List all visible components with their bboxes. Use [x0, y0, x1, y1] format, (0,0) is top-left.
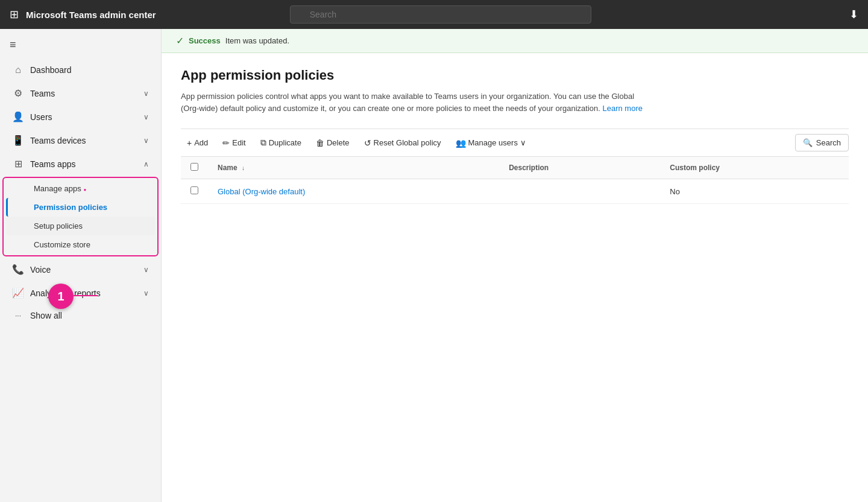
edit-label: Edit — [232, 138, 245, 147]
name-column-label: Name — [218, 164, 237, 172]
table-th-custom-policy: Custom policy — [660, 157, 849, 179]
manage-users-icon: 👥 — [456, 138, 466, 148]
analytics-icon: 📈 — [12, 287, 24, 299]
sidebar-item-dashboard[interactable]: ⌂ Dashboard — [2, 59, 159, 81]
download-icon[interactable]: ⬇ — [849, 8, 858, 21]
sidebar-label-teams: Teams — [30, 89, 137, 98]
table-body: Global (Org-wide default) No — [181, 179, 849, 204]
sidebar-label-analytics: Analytics & reports — [30, 288, 137, 298]
delete-button[interactable]: 🗑 Delete — [310, 135, 356, 151]
sidebar-label-voice: Voice — [30, 265, 137, 275]
table-header: Name ↓ Description Custom policy — [181, 157, 849, 179]
row-name-link[interactable]: Global (Org-wide default) — [218, 187, 305, 196]
table-th-checkbox — [181, 157, 208, 179]
sidebar-label-dashboard: Dashboard — [30, 65, 149, 75]
row-custom-policy-cell: No — [660, 179, 849, 204]
manage-users-chevron-icon: ∨ — [520, 138, 526, 147]
sidebar-label-users: Users — [30, 112, 137, 122]
teams-devices-chevron-icon: ∨ — [143, 136, 149, 145]
reset-icon: ↺ — [364, 138, 371, 148]
sidebar-item-analytics[interactable]: 📈 Analytics & reports ∨ — [2, 281, 159, 305]
reset-global-policy-button[interactable]: ↺ Reset Global policy — [358, 135, 447, 151]
table-th-name[interactable]: Name ↓ — [208, 157, 499, 179]
delete-icon: 🗑 — [316, 138, 324, 148]
sidebar: ≡ ⌂ Dashboard ⚙ Teams ∨ 👤 Users ∨ 📱 Team… — [0, 29, 162, 502]
nav-grid-icon[interactable]: ⊞ — [10, 8, 19, 21]
sidebar-item-users[interactable]: 👤 Users ∨ — [2, 105, 159, 129]
sidebar-sub-item-setup-policies[interactable]: Setup policies — [6, 217, 155, 235]
step-badge-line — [74, 295, 98, 296]
add-button[interactable]: + Add — [181, 135, 214, 151]
table-header-row: Name ↓ Description Custom policy — [181, 157, 849, 179]
teams-chevron-icon: ∨ — [143, 89, 149, 98]
custom-policy-column-label: Custom policy — [670, 164, 720, 172]
table-th-description: Description — [499, 157, 660, 179]
row-checkbox-cell[interactable] — [181, 179, 208, 204]
sidebar-label-teams-devices: Teams devices — [30, 136, 137, 145]
sidebar-item-voice[interactable]: 📞 Voice ∨ — [2, 258, 159, 281]
description-column-label: Description — [509, 164, 549, 172]
main-layout: ≡ ⌂ Dashboard ⚙ Teams ∨ 👤 Users ∨ 📱 Team… — [0, 29, 868, 502]
dashboard-icon: ⌂ — [12, 65, 24, 75]
teams-apps-submenu: Manage apps ● Permission policies Setup … — [2, 177, 159, 256]
users-icon: 👤 — [12, 111, 24, 122]
add-icon: + — [187, 138, 192, 148]
analytics-chevron-icon: ∨ — [143, 289, 149, 297]
table-search-icon: 🔍 — [803, 138, 813, 147]
manage-users-button[interactable]: 👥 Manage users ∨ — [450, 135, 532, 151]
page-title: App permission policies — [181, 68, 849, 83]
duplicate-icon: ⧉ — [260, 138, 266, 148]
delete-label: Delete — [327, 138, 350, 147]
sidebar-sub-item-permission-policies[interactable]: Permission policies — [6, 198, 155, 217]
show-all-icon: ··· — [12, 311, 24, 320]
nav-right: ⬇ — [849, 8, 858, 21]
edit-icon: ✏ — [222, 138, 230, 148]
page-description: App permission policies control what app… — [181, 91, 651, 114]
duplicate-label: Duplicate — [269, 138, 301, 147]
toolbar: + Add ✏ Edit ⧉ Duplicate 🗑 Delete ↺ R — [181, 129, 849, 157]
nav-left: ⊞ Microsoft Teams admin center — [10, 8, 156, 21]
success-bold-text: Success — [189, 36, 221, 45]
teams-icon: ⚙ — [12, 87, 24, 99]
sidebar-item-teams[interactable]: ⚙ Teams ∨ — [2, 81, 159, 105]
sidebar-sub-item-customize-store[interactable]: Customize store — [6, 235, 155, 254]
nav-title: Microsoft Teams admin center — [26, 10, 156, 20]
sidebar-item-show-all[interactable]: ··· Show all — [2, 305, 159, 326]
row-name-cell: Global (Org-wide default) — [208, 179, 499, 204]
edit-button[interactable]: ✏ Edit — [216, 135, 251, 151]
select-all-checkbox[interactable] — [190, 163, 198, 171]
add-label: Add — [194, 138, 208, 147]
row-checkbox[interactable] — [190, 186, 198, 194]
table-search-label: Search — [816, 138, 841, 147]
sidebar-sub-item-manage-apps[interactable]: Manage apps ● — [6, 179, 155, 198]
sidebar-hamburger[interactable]: ≡ — [0, 34, 161, 56]
sidebar-label-teams-apps: Teams apps — [30, 159, 137, 169]
sidebar-label-show-all: Show all — [30, 311, 149, 320]
step-badge: 1 — [48, 284, 74, 309]
teams-apps-icon: ⊞ — [12, 158, 24, 170]
table-row: Global (Org-wide default) No — [181, 179, 849, 204]
setup-policies-label: Setup policies — [34, 221, 83, 230]
customize-store-label: Customize store — [34, 240, 90, 249]
top-nav-bar: ⊞ Microsoft Teams admin center 🔍 ⬇ — [0, 0, 868, 29]
search-wrapper: 🔍 — [290, 5, 591, 24]
manage-apps-label: Manage apps ● — [34, 184, 86, 193]
success-banner: ✓ Success Item was updated. — [162, 29, 868, 53]
row-description-cell — [499, 179, 660, 204]
sidebar-item-teams-apps[interactable]: ⊞ Teams apps ∧ — [2, 152, 159, 176]
voice-icon: 📞 — [12, 264, 24, 275]
learn-more-link[interactable]: Learn more — [602, 104, 642, 113]
success-check-icon: ✓ — [176, 35, 184, 46]
global-search-input[interactable] — [290, 5, 591, 24]
policies-table: Name ↓ Description Custom policy — [181, 157, 849, 204]
table-search-button[interactable]: 🔍 Search — [795, 134, 849, 151]
manage-users-label: Manage users — [468, 138, 518, 147]
reset-label: Reset Global policy — [374, 138, 441, 147]
page-description-text: App permission policies control what app… — [181, 92, 634, 113]
top-nav-search-container: 🔍 — [290, 5, 591, 24]
sidebar-item-teams-devices[interactable]: 📱 Teams devices ∨ — [2, 129, 159, 152]
teams-apps-chevron-icon: ∧ — [143, 160, 149, 168]
users-chevron-icon: ∨ — [143, 113, 149, 121]
permission-policies-label: Permission policies — [34, 203, 107, 212]
duplicate-button[interactable]: ⧉ Duplicate — [254, 134, 307, 151]
